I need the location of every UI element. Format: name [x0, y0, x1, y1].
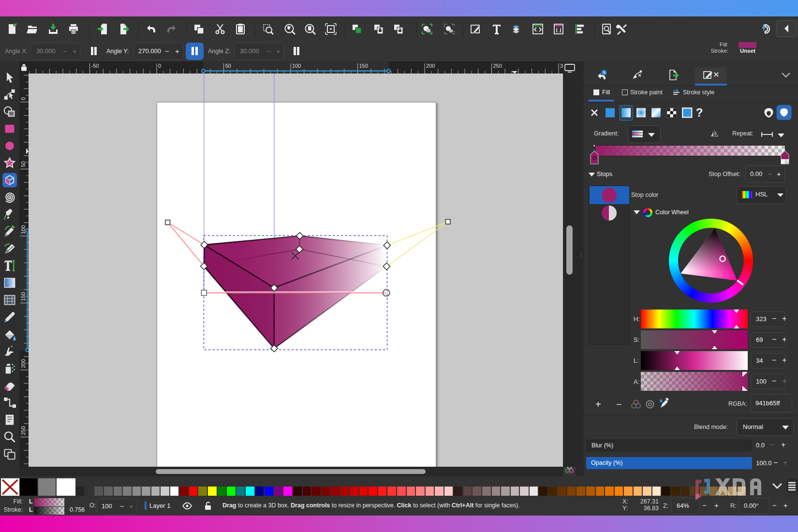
- svg-text:250: 250: [493, 63, 502, 69]
- svg-text:250: 250: [20, 426, 26, 435]
- svg-text:100: 100: [20, 225, 26, 234]
- svg-text:150: 150: [359, 63, 368, 69]
- svg-text:50: 50: [20, 161, 26, 167]
- svg-text:100: 100: [292, 63, 301, 69]
- svg-text:150: 150: [20, 292, 26, 301]
- svg-text:0: 0: [20, 97, 26, 100]
- svg-text:200: 200: [426, 63, 435, 69]
- svg-text:-50: -50: [91, 63, 99, 69]
- svg-text:200: 200: [20, 359, 26, 368]
- svg-text:0: 0: [158, 63, 161, 69]
- svg-text:?: ?: [696, 106, 703, 119]
- svg-text:50: 50: [225, 63, 231, 69]
